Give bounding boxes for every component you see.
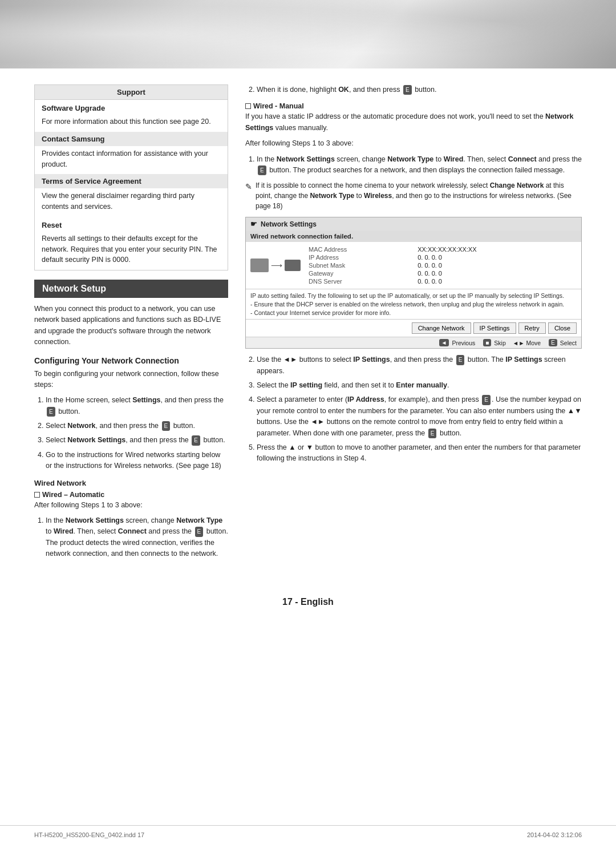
gateway-label: Gateway xyxy=(306,269,415,277)
page-footer: HT-H5200_HS5200-ENG_0402.indd 17 2014-04… xyxy=(0,825,616,844)
enter-btn-ok: E xyxy=(403,85,412,95)
retry-btn[interactable]: Retry xyxy=(518,322,546,334)
enter-button-icon: E xyxy=(47,407,55,417)
footer-right: 2014-04-02 3:12:06 xyxy=(527,831,582,838)
wired-manual-intro: If you have a static IP address or the a… xyxy=(245,111,582,134)
ns-failed-bar: Wired network connection failed. xyxy=(246,231,581,242)
subnet-label: Subnet Mask xyxy=(306,261,415,269)
checkbox-icon-2 xyxy=(245,103,251,109)
change-network-btn[interactable]: Change Network xyxy=(412,322,471,334)
wm-step-5: Press the ▲ or ▼ button to move to anoth… xyxy=(257,442,582,465)
network-setup-intro: When you connect this product to a netwo… xyxy=(34,304,228,348)
config-step-4: Go to the instructions for Wired network… xyxy=(46,450,228,472)
software-upgrade-title: Software Upgrade xyxy=(35,100,228,114)
wired-auto-steps: In the Network Settings screen, change N… xyxy=(34,515,228,560)
configuring-steps: In the Home screen, select Settings, and… xyxy=(34,395,228,471)
gateway-value: 0. 0. 0. 0 xyxy=(415,269,577,277)
enter-btn-ips: E xyxy=(456,355,465,365)
ip-label: IP Address xyxy=(306,253,415,261)
left-column: Support Software Upgrade For more inform… xyxy=(34,84,228,563)
dns-value: 0. 0. 0. 0 xyxy=(415,277,577,285)
wired-manual-steps-2-5: Use the ◄► buttons to select IP Settings… xyxy=(245,354,582,464)
network-setup-heading: Network Setup xyxy=(34,280,228,298)
config-step-3: Select Network Settings, and then press … xyxy=(46,435,228,446)
wired-network-label: Wired Network xyxy=(34,479,228,487)
dns-label: DNS Server xyxy=(306,277,415,285)
enter-button-icon-3: E xyxy=(192,435,200,446)
wired-manual-label: Wired - Manual xyxy=(245,102,582,110)
wired-manual-steps: In the Network Settings screen, change N… xyxy=(245,154,582,176)
ns-info-table: MAC Address XX:XX:XX:XX:XX:XX IP Address… xyxy=(306,245,577,285)
select-icon: E xyxy=(549,339,557,346)
prev-icon: ◄ xyxy=(439,339,449,346)
ns-buttons: Change Network IP Settings Retry Close xyxy=(246,319,581,337)
wired-auto-intro: After following Steps 1 to 3 above: xyxy=(34,500,228,511)
enter-btn-done: E xyxy=(428,429,437,439)
right-column: When it is done, highlight OK, and then … xyxy=(245,84,582,563)
right-step-2: When it is done, highlight OK, and then … xyxy=(257,84,582,95)
configuring-intro: To begin configuring your network connec… xyxy=(34,369,228,391)
software-upgrade-text: For more information about this function… xyxy=(35,114,228,132)
ns-body: ⟶ MAC Address XX:XX:XX:XX:XX:XX IP Addr xyxy=(246,242,581,289)
support-title: Support xyxy=(35,85,228,100)
ip-settings-btn[interactable]: IP Settings xyxy=(473,322,516,334)
device-icon xyxy=(285,260,301,271)
reset-title: Reset xyxy=(35,217,228,231)
config-step-1: In the Home screen, select Settings, and… xyxy=(46,395,228,417)
page-header: Settings xyxy=(0,0,616,68)
mac-label: MAC Address xyxy=(306,245,415,253)
wired-manual-after-steps: After following Steps 1 to 3 above: xyxy=(245,138,582,149)
wm-step-2: Use the ◄► buttons to select IP Settings… xyxy=(257,354,582,377)
reset-text: Reverts all settings to their defaults e… xyxy=(35,231,228,270)
network-settings-box: ☛ Network Settings Wired network connect… xyxy=(245,217,582,349)
enter-button-icon-2: E xyxy=(162,421,171,431)
support-box: Support Software Upgrade For more inform… xyxy=(34,84,228,270)
wired-auto-step-1: In the Network Settings screen, change N… xyxy=(46,515,228,560)
wm-step-3: Select the IP setting field, and then se… xyxy=(257,380,582,391)
enter-btn-param: E xyxy=(482,395,491,405)
wired-automatic-label: Wired – Automatic xyxy=(34,491,228,499)
page-wrapper: Settings Support Software Upgrade For mo… xyxy=(0,0,616,844)
router-icon xyxy=(250,259,269,272)
terms-text: View the general disclaimer regarding th… xyxy=(35,188,228,217)
page-number-center: 17 - English xyxy=(0,597,616,607)
mac-value: XX:XX:XX:XX:XX:XX xyxy=(415,245,577,253)
skip-icon: ■ xyxy=(483,339,491,346)
prev-label: ◄ Previous xyxy=(438,339,476,346)
wifi-icon: ☛ xyxy=(250,220,257,228)
tip-text: If it is possible to connect the home ci… xyxy=(256,180,582,211)
tip-icon: ✎ xyxy=(245,181,252,211)
contact-samsung-title: Contact Samsung xyxy=(35,132,228,146)
contact-samsung-text: Provides contact information for assista… xyxy=(35,146,228,175)
checkbox-icon xyxy=(34,492,40,498)
subnet-value: 0. 0. 0. 0 xyxy=(415,261,577,269)
tip-block: ✎ If it is possible to connect the home … xyxy=(245,180,582,211)
move-label: ◄► Move xyxy=(513,339,541,346)
arrow-icon: ⟶ xyxy=(271,261,282,270)
page-content: Support Software Upgrade For more inform… xyxy=(0,68,616,585)
wm-step-4: Select a parameter to enter (IP Address,… xyxy=(257,394,582,439)
close-btn[interactable]: Close xyxy=(548,322,577,334)
footer-left: HT-H5200_HS5200-ENG_0402.indd 17 xyxy=(34,831,144,838)
skip-label: ■ Skip xyxy=(482,339,505,346)
right-step-2-list: When it is done, highlight OK, and then … xyxy=(245,84,582,95)
ns-title: ☛ Network Settings xyxy=(246,217,581,231)
ns-notice: IP auto setting failed. Try the followin… xyxy=(246,289,581,319)
configuring-heading: Configuring Your Network Connection xyxy=(34,356,228,365)
enter-btn-wa: E xyxy=(195,527,204,537)
select-label: E Select xyxy=(548,339,577,346)
ns-image-area: ⟶ xyxy=(250,245,301,285)
terms-title: Terms of Service Agreement xyxy=(35,174,228,188)
ns-footer: ◄ Previous ■ Skip ◄► Move E Select xyxy=(246,337,581,348)
ip-value: 0. 0. 0. 0 xyxy=(415,253,577,261)
enter-btn-wm: E xyxy=(258,165,266,176)
config-step-2: Select Network, and then press the E but… xyxy=(46,421,228,431)
wired-manual-step-1: In the Network Settings screen, change N… xyxy=(257,154,582,176)
